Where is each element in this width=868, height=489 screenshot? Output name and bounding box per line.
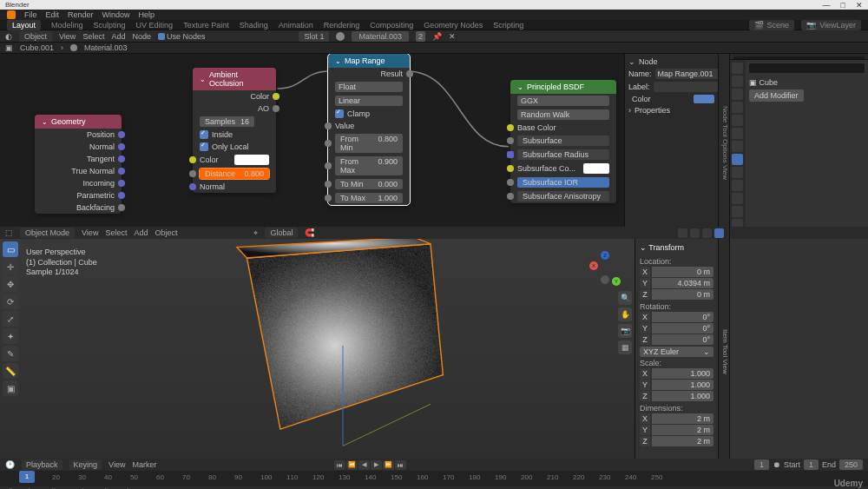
- close-button[interactable]: ✕: [856, 1, 863, 10]
- workspace-tab-animation[interactable]: Animation: [279, 21, 313, 30]
- tool-transform[interactable]: ✦: [3, 328, 18, 344]
- play-icon[interactable]: ▶: [371, 460, 382, 470]
- node-menu-view[interactable]: View: [59, 32, 76, 41]
- node-color-row[interactable]: Color: [628, 95, 714, 103]
- dim-z[interactable]: 2 m: [652, 436, 713, 446]
- hand-icon[interactable]: ✋: [618, 307, 632, 321]
- start-frame[interactable]: 1: [804, 459, 819, 470]
- playback-dropdown[interactable]: Playback: [22, 459, 62, 470]
- maximize-button[interactable]: □: [841, 1, 845, 10]
- tool-scale[interactable]: ⤢: [3, 311, 18, 327]
- rot-x[interactable]: 0°: [652, 312, 713, 322]
- node-geometry[interactable]: Geometry Position Normal Tangent True No…: [35, 115, 122, 214]
- menu-edit[interactable]: Edit: [46, 10, 60, 19]
- ao-distance-field[interactable]: Distance0.800: [200, 169, 269, 179]
- bsdf-sss-dropdown[interactable]: Random Walk: [517, 109, 609, 120]
- material-pin-icon[interactable]: 📌: [432, 32, 442, 41]
- orientation-icon[interactable]: ⌖: [253, 228, 258, 238]
- timeline-editor-icon[interactable]: 🕐: [5, 460, 15, 469]
- ao-inside-checkbox[interactable]: Inside: [193, 129, 276, 141]
- workspace-tab-texpaint[interactable]: Texture Paint: [183, 21, 229, 30]
- scene-selector[interactable]: 🎬 Scene: [749, 20, 795, 30]
- workspace-tab-rendering[interactable]: Rendering: [324, 21, 360, 30]
- node-sidebar-title[interactable]: Node: [639, 57, 658, 66]
- workspace-tab-geonodes[interactable]: Geometry Nodes: [424, 21, 483, 30]
- minimize-button[interactable]: —: [823, 1, 831, 10]
- material-name-input[interactable]: Material.003: [352, 31, 409, 42]
- current-frame[interactable]: 1: [754, 459, 769, 470]
- workspace-tab-sculpting[interactable]: Sculpting: [94, 21, 126, 30]
- jump-end-icon[interactable]: ⏭: [395, 460, 406, 470]
- loc-y[interactable]: 4.0394 m: [652, 278, 713, 288]
- breadcrumb-object[interactable]: Cube.001: [20, 43, 54, 52]
- vp-menu-add[interactable]: Add: [134, 228, 148, 237]
- vp-menu-select[interactable]: Select: [105, 228, 127, 237]
- properties-object-name[interactable]: Cube: [760, 78, 779, 87]
- properties-search[interactable]: [749, 63, 865, 73]
- loc-x[interactable]: 0 m: [652, 267, 713, 277]
- vp-menu-object[interactable]: Object: [155, 228, 177, 237]
- keying-dropdown[interactable]: Keying: [69, 459, 102, 470]
- timeline-view[interactable]: View: [108, 460, 125, 469]
- zoom-icon[interactable]: 🔍: [618, 291, 632, 305]
- node-sidebar-tabs[interactable]: Node Tool Options View: [718, 54, 729, 227]
- shading-rendered-icon[interactable]: [714, 228, 724, 238]
- shader-type-dropdown[interactable]: Object: [19, 31, 52, 42]
- timeline-marker[interactable]: Marker: [132, 460, 156, 469]
- rot-z[interactable]: 0°: [652, 334, 713, 345]
- keyframe-next-icon[interactable]: ⏩: [383, 460, 394, 470]
- nav-gizmo[interactable]: X Y Z: [588, 251, 622, 286]
- node-editor[interactable]: Geometry Position Normal Tangent True No…: [0, 54, 624, 227]
- ao-onlylocal-checkbox[interactable]: Only Local: [193, 141, 276, 153]
- autokey-icon[interactable]: ⏺: [773, 460, 780, 469]
- node-principled-bsdf[interactable]: Principled BSDF GGX Random Walk Base Col…: [510, 80, 616, 203]
- 3d-viewport[interactable]: ▭ ✛ ✥ ⟳ ⤢ ✦ ✎ 📏 ▣ User Perspective (1) C…: [0, 239, 635, 459]
- viewport-n-tabs[interactable]: Item Tool View: [718, 239, 729, 459]
- orientation-dropdown[interactable]: Global: [265, 228, 298, 238]
- scale-y[interactable]: 1.000: [652, 380, 713, 390]
- node-header-geometry[interactable]: Geometry: [35, 115, 122, 129]
- node-ambient-occlusion[interactable]: Ambient Occlusion Color AO Samples16 Ins…: [193, 68, 276, 193]
- workspace-tab-scripting[interactable]: Scripting: [493, 21, 523, 30]
- workspace-tab-shading[interactable]: Shading: [240, 21, 268, 30]
- tool-move[interactable]: ✥: [3, 276, 18, 292]
- rot-y[interactable]: 0°: [652, 323, 713, 334]
- viewlayer-selector[interactable]: 📷 ViewLayer: [801, 20, 861, 30]
- material-sphere-icon[interactable]: [336, 32, 345, 41]
- rotation-mode-dropdown[interactable]: XYZ Euler⌄: [640, 347, 713, 357]
- node-menu-node[interactable]: Node: [132, 32, 151, 41]
- perspective-icon[interactable]: ▦: [618, 340, 632, 354]
- end-frame[interactable]: 250: [839, 459, 863, 470]
- tool-select-box[interactable]: ▭: [3, 241, 18, 257]
- snap-icon[interactable]: 🧲: [305, 228, 314, 237]
- node-header-bsdf[interactable]: Principled BSDF: [510, 80, 616, 94]
- menu-window[interactable]: Window: [102, 10, 130, 19]
- maprange-interp-dropdown[interactable]: Linear: [335, 96, 403, 106]
- menu-render[interactable]: Render: [68, 10, 94, 19]
- node-header-maprange[interactable]: Map Range: [328, 54, 410, 68]
- add-modifier-button[interactable]: Add Modifier: [749, 89, 804, 102]
- maprange-clamp-checkbox[interactable]: Clamp: [328, 108, 410, 120]
- workspace-tab-compositing[interactable]: Compositing: [370, 21, 413, 30]
- dim-x[interactable]: 2 m: [652, 413, 713, 424]
- play-reverse-icon[interactable]: ◀: [358, 460, 370, 470]
- loc-z[interactable]: 0 m: [652, 289, 713, 300]
- scale-z[interactable]: 1.000: [652, 391, 713, 401]
- node-menu-add[interactable]: Add: [111, 32, 125, 41]
- jump-start-icon[interactable]: ⏮: [334, 460, 345, 470]
- shading-solid-icon[interactable]: [690, 228, 700, 238]
- playhead[interactable]: 1: [19, 471, 35, 483]
- tool-cursor[interactable]: ✛: [3, 259, 18, 274]
- bsdf-dist-dropdown[interactable]: GGX: [517, 96, 609, 106]
- menu-help[interactable]: Help: [139, 10, 155, 19]
- node-map-range[interactable]: Map Range Result Float Linear Clamp Valu…: [328, 54, 410, 205]
- viewport-editor-icon[interactable]: ⬚: [5, 228, 13, 237]
- workspace-tab-modeling[interactable]: Modeling: [51, 21, 83, 30]
- tool-addcube[interactable]: ▣: [3, 380, 18, 396]
- workspace-tab-layout[interactable]: Layout: [7, 20, 41, 30]
- tool-measure[interactable]: 📏: [3, 363, 18, 379]
- scale-x[interactable]: 1.000: [652, 368, 713, 379]
- material-users[interactable]: 2: [416, 31, 425, 42]
- node-header-ao[interactable]: Ambient Occlusion: [193, 68, 276, 90]
- shading-wireframe-icon[interactable]: [678, 228, 687, 238]
